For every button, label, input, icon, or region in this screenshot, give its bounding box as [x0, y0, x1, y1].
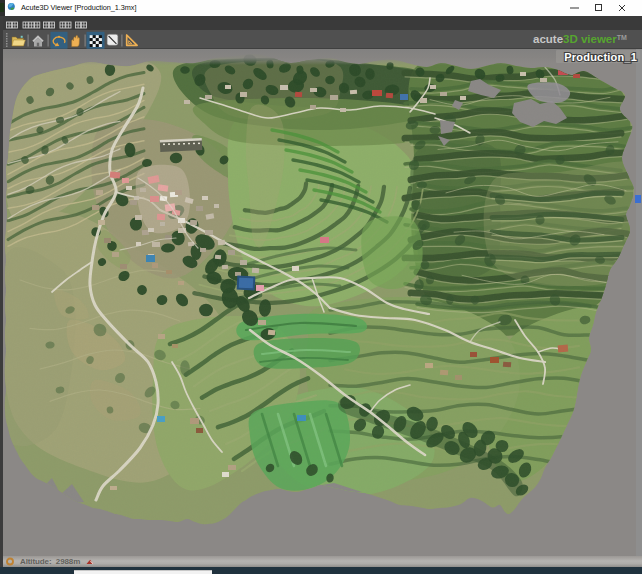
svg-text:acute3D viewerTM: acute3D viewerTM: [533, 33, 627, 45]
svg-text:Production_1: Production_1: [564, 51, 637, 63]
svg-text:Altitude: 2988m: Altitude: 2988m: [20, 557, 80, 566]
